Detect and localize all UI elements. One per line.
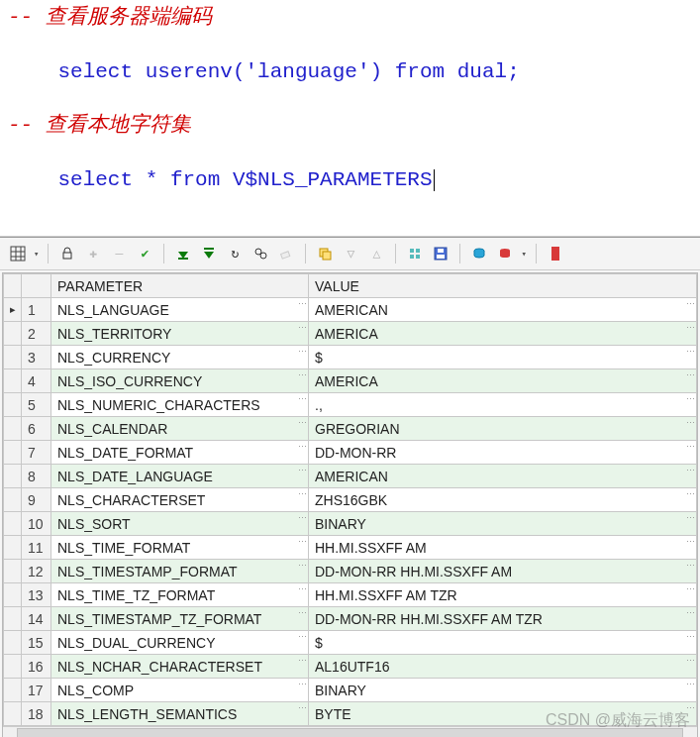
cell-value[interactable]: $⋯ (309, 631, 697, 655)
fetch-next-icon[interactable] (199, 244, 219, 263)
print-icon[interactable] (469, 244, 489, 263)
cell-value[interactable]: .,⋯ (309, 393, 697, 417)
table-row[interactable]: 5NLS_NUMERIC_CHARACTERS⋯.,⋯ (4, 393, 697, 417)
cell-value[interactable]: $⋯ (309, 346, 697, 369)
cell-parameter[interactable]: NLS_TIMESTAMP_TZ_FORMAT⋯ (51, 607, 309, 631)
cell-value[interactable]: BYTE⋯ (309, 702, 697, 726)
single-record-icon[interactable] (405, 244, 425, 263)
table-row[interactable]: 8NLS_DATE_LANGUAGE⋯AMERICAN⋯ (4, 465, 697, 488)
table-row[interactable]: 4NLS_ISO_CURRENCY⋯AMERICA⋯ (4, 369, 697, 393)
cell-parameter[interactable]: NLS_NUMERIC_CHARACTERS⋯ (51, 393, 309, 417)
rownum-header[interactable] (22, 274, 51, 298)
row-marker[interactable] (4, 369, 22, 393)
column-header-parameter[interactable]: PARAMETER (51, 274, 309, 298)
cell-value[interactable]: AMERICAN⋯ (309, 465, 697, 488)
cell-value[interactable]: AMERICA⋯ (309, 369, 697, 393)
cell-value[interactable]: BINARY⋯ (309, 679, 697, 702)
export-icon[interactable] (495, 244, 515, 263)
row-marker[interactable] (4, 583, 22, 607)
row-number: 7 (22, 441, 51, 465)
horizontal-scrollbar[interactable] (3, 726, 697, 737)
row-marker[interactable]: ▸ (4, 298, 22, 322)
save-icon[interactable] (431, 244, 450, 263)
commit-icon[interactable]: ✔ (135, 244, 154, 263)
cell-parameter[interactable]: NLS_ISO_CURRENCY⋯ (51, 369, 309, 393)
cell-parameter[interactable]: NLS_LENGTH_SEMANTICS⋯ (51, 702, 309, 726)
remove-row-icon[interactable]: ― (109, 244, 129, 263)
cell-parameter[interactable]: NLS_CHARACTERSET⋯ (51, 488, 309, 512)
cell-parameter[interactable]: NLS_DATE_FORMAT⋯ (51, 441, 309, 465)
collapse-icon[interactable]: ▽ (341, 244, 360, 263)
row-number: 15 (22, 631, 51, 655)
table-row[interactable]: 17NLS_COMP⋯BINARY⋯ (4, 679, 697, 702)
expand-icon[interactable]: △ (366, 244, 386, 263)
cell-parameter[interactable]: NLS_DATE_LANGUAGE⋯ (51, 465, 309, 488)
table-row[interactable]: 13NLS_TIME_TZ_FORMAT⋯HH.MI.SSXFF AM TZR⋯ (4, 583, 697, 607)
row-marker[interactable] (4, 488, 22, 512)
table-row[interactable]: 3NLS_CURRENCY⋯$⋯ (4, 346, 697, 369)
eraser-icon[interactable] (276, 244, 296, 263)
row-marker[interactable] (4, 560, 22, 583)
row-marker[interactable] (4, 322, 22, 346)
row-marker[interactable] (4, 702, 22, 726)
svg-rect-0 (11, 247, 25, 261)
column-header-value[interactable]: VALUE (309, 274, 697, 298)
cell-parameter[interactable]: NLS_NCHAR_CHARACTERSET⋯ (51, 655, 309, 679)
table-row[interactable]: 14NLS_TIMESTAMP_TZ_FORMAT⋯DD-MON-RR HH.M… (4, 607, 697, 631)
refresh-icon[interactable]: ↻ (225, 244, 245, 263)
table-row[interactable]: 9NLS_CHARACTERSET⋯ZHS16GBK⋯ (4, 488, 697, 512)
cell-value[interactable]: AMERICA⋯ (309, 322, 697, 346)
table-row[interactable]: 15NLS_DUAL_CURRENCY⋯$⋯ (4, 631, 697, 655)
cell-value[interactable]: HH.MI.SSXFF AM⋯ (309, 536, 697, 560)
cell-parameter[interactable]: NLS_TERRITORY⋯ (51, 322, 309, 346)
row-marker[interactable] (4, 655, 22, 679)
cell-parameter[interactable]: NLS_CALENDAR⋯ (51, 417, 309, 441)
add-row-icon[interactable]: ✚ (83, 244, 103, 263)
cell-parameter[interactable]: NLS_TIMESTAMP_FORMAT⋯ (51, 560, 309, 583)
cell-parameter[interactable]: NLS_CURRENCY⋯ (51, 346, 309, 369)
table-row[interactable]: ▸1NLS_LANGUAGE⋯AMERICAN⋯ (4, 298, 697, 322)
row-marker[interactable] (4, 679, 22, 702)
corner-cell[interactable] (4, 274, 22, 298)
cell-value[interactable]: ZHS16GBK⋯ (309, 488, 697, 512)
table-row[interactable]: 18NLS_LENGTH_SEMANTICS⋯BYTE⋯ (4, 702, 697, 726)
table-row[interactable]: 12NLS_TIMESTAMP_FORMAT⋯DD-MON-RR HH.MI.S… (4, 560, 697, 583)
row-marker[interactable] (4, 393, 22, 417)
table-row[interactable]: 11NLS_TIME_FORMAT⋯HH.MI.SSXFF AM⋯ (4, 536, 697, 560)
cell-parameter[interactable]: NLS_LANGUAGE⋯ (51, 298, 309, 322)
table-row[interactable]: 16NLS_NCHAR_CHARACTERSET⋯AL16UTF16⋯ (4, 655, 697, 679)
sql-editor[interactable]: -- 查看服务器端编码 select userenv('language') f… (0, 0, 700, 237)
row-marker[interactable] (4, 631, 22, 655)
table-row[interactable]: 6NLS_CALENDAR⋯GREGORIAN⋯ (4, 417, 697, 441)
row-marker[interactable] (4, 465, 22, 488)
row-marker[interactable] (4, 607, 22, 631)
cell-value[interactable]: DD-MON-RR HH.MI.SSXFF AM⋯ (309, 560, 697, 583)
find-icon[interactable] (250, 244, 270, 263)
cell-value[interactable]: BINARY⋯ (309, 512, 697, 536)
svg-rect-17 (410, 255, 414, 259)
row-marker[interactable] (4, 536, 22, 560)
cell-parameter[interactable]: NLS_TIME_TZ_FORMAT⋯ (51, 583, 309, 607)
cell-parameter[interactable]: NLS_TIME_FORMAT⋯ (51, 536, 309, 560)
row-marker[interactable] (4, 512, 22, 536)
cell-value[interactable]: GREGORIAN⋯ (309, 417, 697, 441)
cell-value[interactable]: AL16UTF16⋯ (309, 655, 697, 679)
row-marker[interactable] (4, 441, 22, 465)
cell-parameter[interactable]: NLS_COMP⋯ (51, 679, 309, 702)
table-row[interactable]: 7NLS_DATE_FORMAT⋯DD-MON-RR⋯ (4, 441, 697, 465)
table-row[interactable]: 2NLS_TERRITORY⋯AMERICA⋯ (4, 322, 697, 346)
cell-parameter[interactable]: NLS_SORT⋯ (51, 512, 309, 536)
copy-icon[interactable] (315, 244, 335, 263)
lock-icon[interactable] (57, 244, 77, 263)
cell-value[interactable]: AMERICAN⋯ (309, 298, 697, 322)
row-marker[interactable] (4, 417, 22, 441)
more-icon[interactable] (546, 244, 565, 263)
cell-value[interactable]: DD-MON-RR HH.MI.SSXFF AM TZR⋯ (309, 607, 697, 631)
row-marker[interactable] (4, 346, 22, 369)
cell-parameter[interactable]: NLS_DUAL_CURRENCY⋯ (51, 631, 309, 655)
table-row[interactable]: 10NLS_SORT⋯BINARY⋯ (4, 512, 697, 536)
cell-value[interactable]: DD-MON-RR⋯ (309, 441, 697, 465)
fetch-first-icon[interactable] (173, 244, 193, 263)
cell-value[interactable]: HH.MI.SSXFF AM TZR⋯ (309, 583, 697, 607)
grid-view-icon[interactable] (8, 244, 28, 263)
